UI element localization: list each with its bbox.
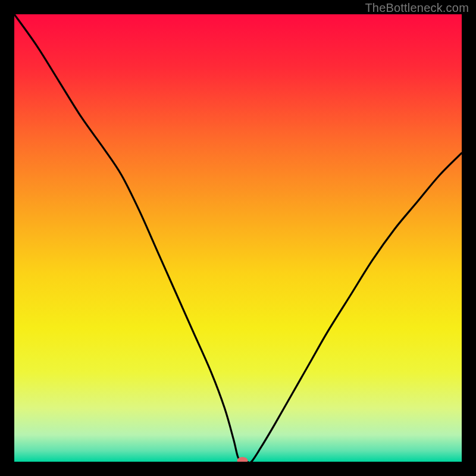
chart-svg (14, 14, 462, 462)
plot-area (14, 14, 462, 462)
chart-frame: TheBottleneck.com (0, 0, 476, 476)
gradient-background (14, 14, 462, 462)
watermark-text: TheBottleneck.com (365, 1, 469, 15)
